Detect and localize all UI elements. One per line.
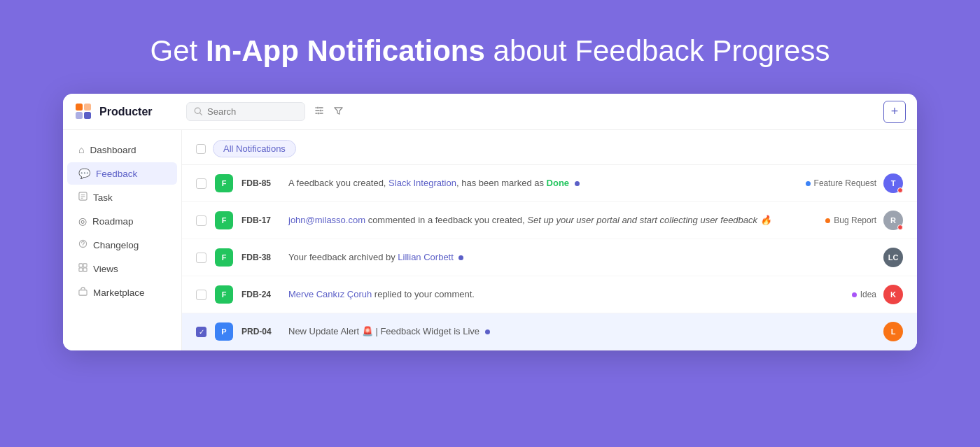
row-checkbox-3[interactable] — [196, 290, 206, 300]
task-icon — [78, 192, 88, 203]
sidebar-item-roadmap[interactable]: ◎ Roadmap — [67, 210, 177, 232]
notif-right-3: Idea K — [852, 285, 903, 304]
tag-dot-1 — [825, 218, 830, 223]
sidebar-label-dashboard: Dashboard — [90, 145, 136, 155]
svg-rect-0 — [76, 104, 83, 111]
row-checkbox-1[interactable] — [196, 215, 206, 226]
notif-tag-3: Idea — [852, 290, 876, 299]
notif-text-4: New Update Alert 🚨 | Feedback Widget is … — [288, 325, 875, 338]
filter-icon[interactable] — [314, 105, 325, 118]
row-checkbox-4[interactable]: ✓ — [196, 327, 206, 337]
sidebar-item-feedback[interactable]: 💬 Feedback — [67, 162, 177, 185]
search-input[interactable] — [207, 106, 291, 117]
avatar-dot-1 — [897, 225, 903, 230]
row-checkbox-2[interactable] — [196, 253, 206, 263]
notif-dot-0 — [575, 181, 580, 186]
tag-dot-0 — [806, 181, 811, 186]
roadmap-icon: ◎ — [78, 215, 87, 227]
notif-link-1: john@milasso.com — [288, 215, 365, 225]
svg-point-17 — [83, 246, 83, 246]
notif-badge-2: F — [215, 248, 233, 267]
sidebar-label-task: Task — [93, 192, 113, 203]
content-header: All Notifications — [182, 130, 917, 165]
notif-tag-1: Bug Report — [825, 215, 876, 225]
notif-status-0: Done — [547, 178, 570, 188]
table-row[interactable]: F FDB-17 john@milasso.com commented in a… — [182, 202, 917, 239]
sidebar: ⌂ Dashboard 💬 Feedback Task ◎ Roadmap — [63, 130, 182, 350]
tab-label: All Notifications — [223, 143, 286, 154]
notif-right-4: L — [883, 322, 903, 341]
changelog-icon — [78, 239, 88, 250]
hero-title: Get In-App Notifications about Feedback … — [150, 34, 830, 69]
sidebar-label-marketplace: Marketplace — [93, 288, 145, 298]
table-row[interactable]: F FDB-24 Merve Cankız Çoruh replied to y… — [182, 276, 917, 313]
notif-link-0: Slack Integration — [388, 178, 456, 188]
table-row[interactable]: ✓ P PRD-04 New Update Alert 🚨 | Feedback… — [182, 313, 917, 350]
app-window: Producter — [63, 94, 917, 350]
notif-link-2: Lillian Corbett — [398, 252, 454, 262]
search-bar[interactable] — [186, 102, 305, 121]
notif-dot-2 — [458, 255, 463, 260]
notif-right-2: LC — [883, 248, 903, 267]
notif-text-1: john@milasso.com commented in a feedback… — [288, 214, 817, 227]
notifications-content: All Notifications F FDB-85 A feedback yo… — [182, 130, 917, 350]
notif-badge-3: F — [215, 285, 233, 304]
avatar-3: K — [883, 285, 903, 304]
notif-badge-1: F — [215, 211, 233, 229]
notif-text-3: Merve Cankız Çoruh replied to your comme… — [288, 288, 844, 301]
sidebar-item-task[interactable]: Task — [67, 186, 177, 208]
sidebar-label-roadmap: Roadmap — [92, 216, 134, 227]
feedback-icon: 💬 — [78, 168, 90, 179]
add-button[interactable]: + — [883, 101, 906, 123]
avatar-1: R — [883, 211, 903, 230]
home-icon: ⌂ — [78, 144, 84, 155]
avatar-2: LC — [883, 248, 903, 267]
select-all-checkbox[interactable] — [196, 144, 206, 154]
svg-point-11 — [318, 113, 320, 115]
logo-icon — [74, 102, 94, 122]
sidebar-label-changelog: Changelog — [93, 240, 139, 250]
all-notifications-tab[interactable]: All Notifications — [213, 140, 296, 157]
avatar-dot-0 — [897, 187, 903, 193]
svg-rect-19 — [83, 264, 87, 267]
svg-line-5 — [200, 113, 202, 115]
table-row[interactable]: F FDB-85 A feedback you created, Slack I… — [182, 165, 917, 202]
table-row[interactable]: F FDB-38 Your feedback archived by Lilli… — [182, 239, 917, 276]
views-icon — [78, 263, 88, 274]
tag-text-1: Bug Report — [834, 215, 876, 225]
marketplace-icon — [78, 287, 88, 298]
main-layout: ⌂ Dashboard 💬 Feedback Task ◎ Roadmap — [63, 130, 917, 350]
search-icon — [194, 107, 203, 116]
sidebar-item-dashboard[interactable]: ⌂ Dashboard — [67, 139, 177, 161]
sidebar-item-views[interactable]: Views — [67, 257, 177, 280]
svg-rect-3 — [84, 112, 91, 119]
notif-id-4: PRD-04 — [241, 327, 280, 336]
logo-label: Producter — [99, 106, 153, 118]
notif-right-1: Bug Report R — [825, 211, 903, 230]
tag-text-3: Idea — [860, 290, 876, 299]
sidebar-item-marketplace[interactable]: Marketplace — [67, 281, 177, 304]
sidebar-item-changelog[interactable]: Changelog — [67, 234, 177, 256]
funnel-icon[interactable] — [333, 106, 344, 118]
logo-area: Producter — [74, 102, 186, 122]
svg-rect-21 — [83, 268, 87, 271]
tag-text-0: Feature Request — [814, 178, 876, 188]
notif-id-0: FDB-85 — [241, 178, 280, 188]
row-checkbox-0[interactable] — [196, 178, 206, 189]
notif-badge-4: P — [215, 322, 233, 341]
tag-dot-3 — [852, 292, 857, 297]
svg-point-10 — [320, 110, 322, 112]
avatar-0: T — [883, 173, 903, 193]
notif-text-2: Your feedback archived by Lillian Corbet… — [288, 251, 875, 264]
top-bar: Producter — [63, 94, 917, 130]
topbar-icons — [314, 105, 344, 118]
svg-rect-20 — [79, 268, 83, 271]
notification-list: F FDB-85 A feedback you created, Slack I… — [182, 165, 917, 350]
notif-id-2: FDB-38 — [241, 253, 280, 262]
svg-rect-2 — [76, 112, 83, 119]
svg-rect-22 — [79, 290, 87, 295]
notif-dot-4 — [485, 329, 490, 334]
avatar-4: L — [883, 322, 903, 341]
notif-right-0: Feature Request T — [806, 173, 903, 193]
sidebar-label-feedback: Feedback — [96, 169, 137, 179]
